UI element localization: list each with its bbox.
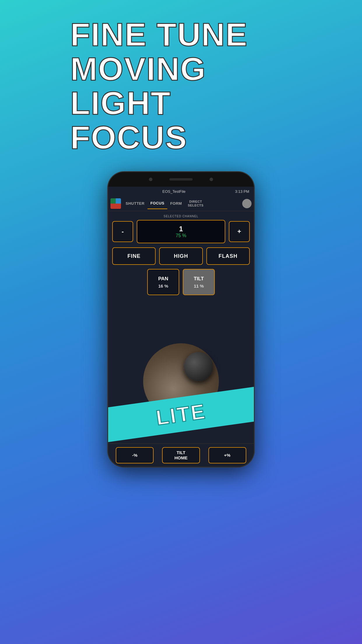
pan-label: PAN — [158, 276, 168, 282]
bottom-bar: -% TILT HOME +% — [108, 443, 254, 467]
tab-form[interactable]: FORM — [167, 198, 185, 209]
camera-left — [149, 178, 152, 181]
selected-channel-label: SELECTED CHANNEL — [164, 215, 198, 218]
status-time: 3:13 PM — [235, 189, 249, 194]
pan-button[interactable]: PAN 16 % — [147, 269, 179, 295]
tab-direct-selects[interactable]: DIRECTSELECTS — [185, 198, 206, 209]
channel-percent: 75 % — [176, 233, 186, 238]
decrease-button[interactable]: -% — [116, 447, 154, 463]
phone-frame: EOS_TestFile 3:13 PM SHUTTER FOCUS FORM … — [108, 172, 254, 467]
fine-button[interactable]: FINE — [112, 247, 156, 265]
plus-button[interactable]: + — [229, 221, 250, 242]
status-bar: EOS_TestFile 3:13 PM — [108, 187, 254, 196]
phone-screen: SHUTTER FOCUS FORM DIRECTSELECTS - SELEC… — [108, 196, 254, 467]
camera-right — [210, 178, 213, 181]
hero-line3: FOCUS — [70, 120, 292, 155]
tab-circle — [242, 199, 252, 208]
phone-notch — [108, 172, 254, 187]
channel-row: - SELECTED CHANNEL 1 75 % + — [112, 220, 250, 243]
tab-bar: SHUTTER FOCUS FORM DIRECTSELECTS — [108, 196, 254, 211]
tilt-home-label2: HOME — [174, 455, 187, 461]
tab-focus[interactable]: FOCUS — [147, 198, 167, 209]
status-title: EOS_TestFile — [113, 189, 235, 194]
tilt-home-label1: TILT — [177, 450, 186, 455]
pan-value: 16 % — [158, 284, 168, 288]
pan-tilt-row: PAN 16 % TILT 11 % — [112, 269, 250, 295]
high-button[interactable]: HIGH — [159, 247, 203, 265]
color-block — [110, 198, 121, 209]
increase-button[interactable]: +% — [208, 447, 246, 463]
joystick-knob[interactable] — [184, 352, 213, 381]
flash-button[interactable]: FLASH — [206, 247, 250, 265]
channel-display: SELECTED CHANNEL 1 75 % — [137, 220, 225, 243]
tilt-home-button[interactable]: TILT HOME — [162, 447, 200, 463]
hero-line1: FINE TUNE — [70, 18, 292, 52]
minus-button[interactable]: - — [112, 221, 133, 242]
tilt-label: TILT — [194, 276, 204, 282]
channel-number: 1 — [179, 225, 183, 233]
tab-shutter[interactable]: SHUTTER — [123, 198, 147, 209]
tilt-value: 11 % — [194, 284, 204, 288]
hero-line2: MOVING LIGHT — [70, 52, 292, 120]
phone-mockup: EOS_TestFile 3:13 PM SHUTTER FOCUS FORM … — [108, 172, 254, 644]
hero-title: FINE TUNE MOVING LIGHT FOCUS — [70, 18, 292, 155]
speaker — [169, 178, 193, 181]
mode-row: FINE HIGH FLASH — [112, 247, 250, 265]
tilt-button[interactable]: TILT 11 % — [183, 269, 215, 295]
joystick-area[interactable] — [112, 299, 250, 463]
